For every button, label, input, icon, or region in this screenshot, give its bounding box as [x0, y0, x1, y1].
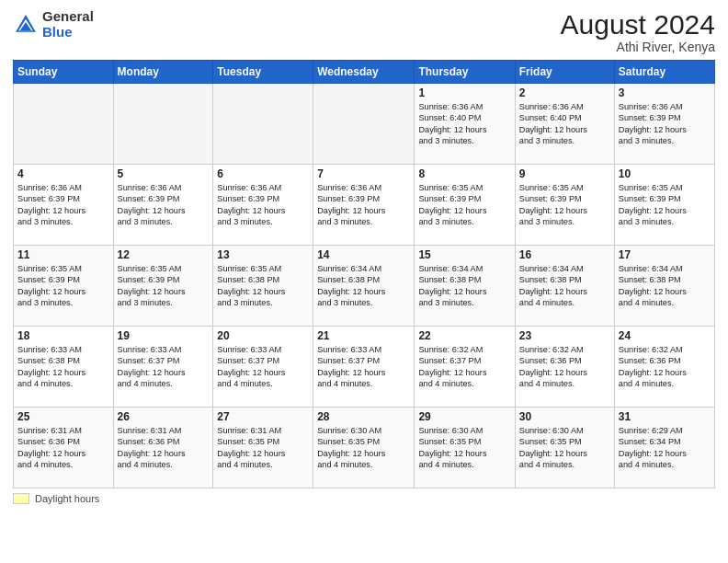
day-number: 17 [619, 248, 711, 261]
day-detail: Sunrise: 6:35 AM Sunset: 6:39 PM Dayligh… [519, 182, 610, 228]
day-number: 14 [317, 248, 410, 261]
calendar-cell: 20Sunrise: 6:33 AM Sunset: 6:37 PM Dayli… [213, 327, 313, 408]
calendar-cell: 6Sunrise: 6:36 AM Sunset: 6:39 PM Daylig… [213, 165, 313, 246]
calendar-cell: 12Sunrise: 6:35 AM Sunset: 6:39 PM Dayli… [113, 246, 213, 327]
day-detail: Sunrise: 6:35 AM Sunset: 6:39 PM Dayligh… [17, 263, 109, 309]
day-detail: Sunrise: 6:30 AM Sunset: 6:35 PM Dayligh… [418, 425, 510, 471]
calendar-cell: 3Sunrise: 6:36 AM Sunset: 6:39 PM Daylig… [614, 84, 714, 165]
day-detail: Sunrise: 6:31 AM Sunset: 6:36 PM Dayligh… [17, 425, 109, 471]
footer: Daylight hours [13, 493, 715, 504]
calendar-cell: 8Sunrise: 6:35 AM Sunset: 6:39 PM Daylig… [415, 165, 515, 246]
day-detail: Sunrise: 6:32 AM Sunset: 6:37 PM Dayligh… [418, 344, 510, 390]
calendar-cell: 21Sunrise: 6:33 AM Sunset: 6:37 PM Dayli… [313, 327, 415, 408]
calendar-cell: 1Sunrise: 6:36 AM Sunset: 6:40 PM Daylig… [415, 84, 515, 165]
calendar-cell: 26Sunrise: 6:31 AM Sunset: 6:36 PM Dayli… [113, 408, 213, 488]
logo-blue: Blue [42, 24, 73, 40]
day-detail: Sunrise: 6:36 AM Sunset: 6:39 PM Dayligh… [17, 182, 109, 228]
day-number: 25 [17, 410, 109, 423]
day-detail: Sunrise: 6:33 AM Sunset: 6:38 PM Dayligh… [17, 344, 109, 390]
calendar-cell: 18Sunrise: 6:33 AM Sunset: 6:38 PM Dayli… [14, 327, 114, 408]
day-detail: Sunrise: 6:35 AM Sunset: 6:39 PM Dayligh… [619, 182, 711, 228]
day-detail: Sunrise: 6:30 AM Sunset: 6:35 PM Dayligh… [519, 425, 610, 471]
weekday-header-thursday: Thursday [415, 61, 515, 84]
day-number: 24 [619, 329, 711, 342]
calendar-cell [313, 84, 415, 165]
day-detail: Sunrise: 6:36 AM Sunset: 6:39 PM Dayligh… [619, 101, 711, 147]
weekday-header-monday: Monday [113, 61, 213, 84]
calendar-cell: 7Sunrise: 6:36 AM Sunset: 6:39 PM Daylig… [313, 165, 415, 246]
day-number: 11 [17, 248, 109, 261]
calendar-cell [113, 84, 213, 165]
weekday-header-tuesday: Tuesday [213, 61, 313, 84]
day-number: 27 [217, 410, 309, 423]
calendar-cell: 5Sunrise: 6:36 AM Sunset: 6:39 PM Daylig… [113, 165, 213, 246]
calendar-week-4: 18Sunrise: 6:33 AM Sunset: 6:38 PM Dayli… [14, 327, 715, 408]
weekday-header-wednesday: Wednesday [313, 61, 415, 84]
day-number: 16 [519, 248, 610, 261]
day-detail: Sunrise: 6:33 AM Sunset: 6:37 PM Dayligh… [317, 344, 410, 390]
day-detail: Sunrise: 6:33 AM Sunset: 6:37 PM Dayligh… [217, 344, 309, 390]
calendar-cell: 29Sunrise: 6:30 AM Sunset: 6:35 PM Dayli… [415, 408, 515, 488]
calendar-cell: 4Sunrise: 6:36 AM Sunset: 6:39 PM Daylig… [14, 165, 114, 246]
calendar-cell: 10Sunrise: 6:35 AM Sunset: 6:39 PM Dayli… [614, 165, 714, 246]
calendar-cell: 2Sunrise: 6:36 AM Sunset: 6:40 PM Daylig… [515, 84, 614, 165]
day-number: 18 [17, 329, 109, 342]
logo: General Blue [13, 9, 94, 40]
weekday-header-friday: Friday [515, 61, 614, 84]
day-detail: Sunrise: 6:32 AM Sunset: 6:36 PM Dayligh… [619, 344, 711, 390]
logo-text: General Blue [42, 9, 94, 40]
calendar-cell: 11Sunrise: 6:35 AM Sunset: 6:39 PM Dayli… [14, 246, 114, 327]
calendar-cell: 28Sunrise: 6:30 AM Sunset: 6:35 PM Dayli… [313, 408, 415, 488]
day-number: 29 [418, 410, 510, 423]
calendar-cell [213, 84, 313, 165]
calendar-week-2: 4Sunrise: 6:36 AM Sunset: 6:39 PM Daylig… [14, 165, 715, 246]
calendar-cell: 16Sunrise: 6:34 AM Sunset: 6:38 PM Dayli… [515, 246, 614, 327]
weekday-header-sunday: Sunday [14, 61, 114, 84]
day-detail: Sunrise: 6:31 AM Sunset: 6:36 PM Dayligh… [118, 425, 210, 471]
location: Athi River, Kenya [561, 40, 715, 54]
calendar-cell: 22Sunrise: 6:32 AM Sunset: 6:37 PM Dayli… [415, 327, 515, 408]
calendar-cell: 13Sunrise: 6:35 AM Sunset: 6:38 PM Dayli… [213, 246, 313, 327]
weekday-header-row: SundayMondayTuesdayWednesdayThursdayFrid… [14, 61, 715, 84]
calendar-body: 1Sunrise: 6:36 AM Sunset: 6:40 PM Daylig… [14, 84, 715, 488]
daylight-box-icon [13, 493, 29, 504]
day-number: 23 [519, 329, 610, 342]
day-number: 5 [118, 167, 210, 180]
day-number: 20 [217, 329, 309, 342]
calendar-cell: 25Sunrise: 6:31 AM Sunset: 6:36 PM Dayli… [14, 408, 114, 488]
day-detail: Sunrise: 6:29 AM Sunset: 6:34 PM Dayligh… [619, 425, 711, 471]
day-number: 31 [619, 410, 711, 423]
day-detail: Sunrise: 6:36 AM Sunset: 6:39 PM Dayligh… [317, 182, 410, 228]
page: General Blue August 2024 Athi River, Ken… [0, 0, 728, 563]
calendar-table: SundayMondayTuesdayWednesdayThursdayFrid… [13, 60, 715, 488]
day-number: 1 [418, 86, 510, 99]
day-detail: Sunrise: 6:36 AM Sunset: 6:40 PM Dayligh… [418, 101, 510, 147]
day-detail: Sunrise: 6:36 AM Sunset: 6:39 PM Dayligh… [118, 182, 210, 228]
day-detail: Sunrise: 6:35 AM Sunset: 6:38 PM Dayligh… [217, 263, 309, 309]
daylight-label: Daylight hours [35, 493, 99, 504]
day-detail: Sunrise: 6:34 AM Sunset: 6:38 PM Dayligh… [317, 263, 410, 309]
calendar-cell [14, 84, 114, 165]
day-number: 8 [418, 167, 510, 180]
title-block: August 2024 Athi River, Kenya [561, 9, 715, 54]
weekday-header-saturday: Saturday [614, 61, 714, 84]
logo-general: General [42, 8, 94, 24]
day-number: 4 [17, 167, 109, 180]
day-detail: Sunrise: 6:34 AM Sunset: 6:38 PM Dayligh… [519, 263, 610, 309]
calendar-cell: 30Sunrise: 6:30 AM Sunset: 6:35 PM Dayli… [515, 408, 614, 488]
day-number: 12 [118, 248, 210, 261]
day-detail: Sunrise: 6:34 AM Sunset: 6:38 PM Dayligh… [619, 263, 711, 309]
day-number: 2 [519, 86, 610, 99]
day-number: 6 [217, 167, 309, 180]
day-detail: Sunrise: 6:36 AM Sunset: 6:40 PM Dayligh… [519, 101, 610, 147]
day-number: 10 [619, 167, 711, 180]
day-detail: Sunrise: 6:34 AM Sunset: 6:38 PM Dayligh… [418, 263, 510, 309]
day-number: 28 [317, 410, 410, 423]
calendar-cell: 31Sunrise: 6:29 AM Sunset: 6:34 PM Dayli… [614, 408, 714, 488]
day-number: 7 [317, 167, 410, 180]
logo-icon [13, 12, 39, 38]
day-detail: Sunrise: 6:35 AM Sunset: 6:39 PM Dayligh… [418, 182, 510, 228]
day-number: 9 [519, 167, 610, 180]
day-number: 26 [118, 410, 210, 423]
day-detail: Sunrise: 6:35 AM Sunset: 6:39 PM Dayligh… [118, 263, 210, 309]
